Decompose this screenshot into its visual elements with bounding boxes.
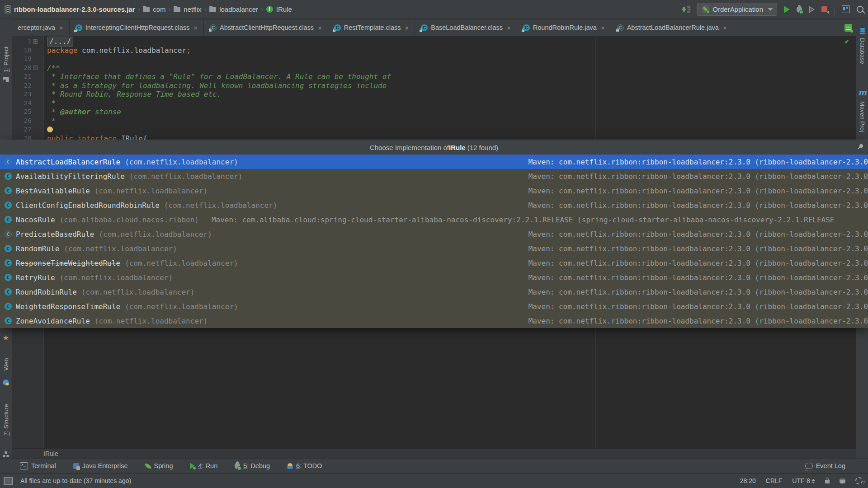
database-toolwindow-icon[interactable]: [859, 28, 865, 35]
lock-icon[interactable]: [825, 480, 830, 483]
implementation-package: (com.netflix.loadbalancer): [64, 244, 177, 253]
implementation-class-name: RetryRule: [16, 273, 55, 282]
plugin-status-icon[interactable]: [840, 479, 845, 483]
binary-digits-icon: 011001: [687, 5, 690, 14]
editor-breadcrumb-item[interactable]: IRule: [43, 450, 58, 457]
caret-position-widget[interactable]: 28:20: [740, 477, 756, 484]
breadcrumb-class-irule[interactable]: I IRule: [266, 5, 292, 13]
breadcrumb-jar[interactable]: ribbon-loadbalancer-2.3.0-sources.jar: [5, 5, 135, 14]
breadcrumb-folder-loadbalancer[interactable]: loadbalancer: [209, 5, 258, 13]
line-number: 27: [12, 125, 32, 134]
run-with-coverage-button[interactable]: [809, 6, 815, 13]
tab-resttemplate-class[interactable]: CRestTemplate.class×: [328, 19, 415, 36]
sidebar-item-structure[interactable]: 7: Structure: [0, 390, 12, 436]
run-button[interactable]: [784, 6, 790, 13]
sidebar-item-project[interactable]: 1: Project: [0, 27, 12, 72]
maven-coordinates: Maven: com.netflix.ribbon:ribbon-loadbal…: [528, 273, 868, 282]
breadcrumb-jar-label: ribbon-loadbalancer-2.3.0-sources.jar: [14, 5, 135, 13]
breadcrumb-folder-com[interactable]: com: [143, 5, 165, 13]
implementation-row-zoneavoidancerule[interactable]: CZoneAvoidanceRule(com.netflix.loadbalan…: [0, 314, 868, 328]
stop-button[interactable]: 4: [821, 6, 827, 12]
sidebar-item-maven-projects[interactable]: Maven Proj: [856, 101, 868, 140]
web-toolwindow-icon[interactable]: [3, 380, 9, 385]
fold-column: +: [32, 39, 39, 44]
maven-icon[interactable]: m: [858, 88, 867, 97]
implementation-class-name: AvailabilityFilteringRule: [16, 172, 125, 181]
pin-icon[interactable]: [857, 144, 864, 151]
code-line-24: 24 *: [12, 99, 856, 108]
vcs-update-button[interactable]: 011001: [682, 5, 690, 14]
maven-coordinates: Maven: com.netflix.ribbon:ribbon-loadbal…: [528, 302, 868, 311]
tab-interceptingclienthttprequest-class[interactable]: CInterceptingClientHttpRequest.class×: [70, 19, 204, 36]
breadcrumb-folder-netflix[interactable]: netflix: [174, 5, 201, 13]
gear-icon[interactable]: ?: [855, 477, 863, 484]
todo-icon: [287, 463, 293, 469]
implementation-row-bestavailablerule[interactable]: CBestAvailableRule(com.netflix.loadbalan…: [0, 183, 868, 198]
encoding-widget[interactable]: UTF-8: [792, 477, 815, 484]
tab-abstractclienthttprequest-class[interactable]: CAbstractClientHttpRequest.class×: [204, 19, 328, 36]
tab-erceptor-java[interactable]: erceptor.java×: [12, 19, 70, 36]
toolwindow-button-spring[interactable]: Spring: [145, 462, 173, 469]
toolwindow-button-debug[interactable]: 5: Debug: [235, 462, 270, 469]
search-everywhere-button[interactable]: [857, 6, 863, 13]
line-separator-widget[interactable]: CRLF: [766, 477, 783, 484]
line-number: 25: [12, 108, 32, 117]
toolwindow-toggle-icon[interactable]: [4, 477, 13, 485]
toolwindow-button-run[interactable]: 4: Run: [190, 462, 217, 469]
fold-collapse-icon[interactable]: −: [33, 66, 38, 70]
implementation-class-name: ClientConfigEnabledRoundRobinRule: [16, 201, 160, 210]
implementation-row-clientconfigenabledroundrobinrule[interactable]: CClientConfigEnabledRoundRobinRule(com.n…: [0, 198, 868, 212]
code-line-27: 27: [12, 125, 856, 134]
toolwindow-button-javaee[interactable]: Java Enterprise: [73, 462, 128, 469]
toolwindow-button-terminal[interactable]: Terminal: [20, 462, 56, 469]
breadcrumb-folder-label: com: [153, 5, 165, 13]
tool-window-bar: TerminalJava EnterpriseSpring4: Run5: De…: [0, 458, 868, 473]
tab-label: AbstractClientHttpRequest.class: [220, 24, 314, 31]
sidebar-item-web[interactable]: Web: [0, 347, 12, 371]
maven-coordinates: Maven: com.netflix.ribbon:ribbon-loadbal…: [528, 244, 868, 253]
structure-toolwindow-icon[interactable]: [3, 451, 9, 457]
close-icon[interactable]: ×: [59, 24, 63, 32]
implementation-row-responsetimeweightedrule[interactable]: CResponseTimeWeightedRule(com.netflix.lo…: [0, 256, 868, 270]
debug-button[interactable]: [797, 6, 802, 13]
close-icon[interactable]: ×: [507, 24, 511, 32]
tab-roundrobinrule-java[interactable]: CRoundRobinRule.java×: [517, 19, 611, 36]
implementation-row-availabilityfilteringrule[interactable]: CAvailabilityFilteringRule(com.netflix.l…: [0, 169, 868, 183]
tab-baseloadbalancer-class[interactable]: CBaseLoadBalancer.class×: [415, 19, 517, 36]
popup-title-target: IRule: [449, 144, 466, 151]
fold-expand-icon[interactable]: +: [33, 39, 38, 44]
line-number: 20: [12, 64, 32, 73]
implementation-row-abstractloadbalancerrule[interactable]: CAbstractLoadBalancerRule(com.netflix.lo…: [0, 155, 868, 169]
inspections-ok-icon[interactable]: ✔: [844, 38, 849, 45]
encoding-label: UTF-8: [792, 477, 810, 484]
implementation-row-weightedresponsetimerule[interactable]: CWeightedResponseTimeRule(com.netflix.lo…: [0, 299, 868, 314]
sidebar-item-database[interactable]: Database: [856, 38, 868, 73]
event-log-button[interactable]: Event Log: [805, 462, 845, 469]
implementation-package: (com.netflix.loadbalancer): [81, 288, 194, 296]
implementation-package: (com.netflix.loadbalancer): [129, 172, 242, 181]
close-icon[interactable]: ×: [723, 24, 727, 32]
toolwindow-button-todo[interactable]: 6: TODO: [287, 462, 322, 469]
close-icon[interactable]: ×: [601, 24, 605, 32]
implementation-class-name: NacosRule: [16, 216, 55, 224]
close-icon[interactable]: ×: [318, 24, 322, 32]
maven-coordinates: Maven: com.netflix.ribbon:ribbon-loadbal…: [528, 158, 868, 166]
implementation-row-predicatebasedrule[interactable]: CPredicateBasedRule(com.netflix.loadbala…: [0, 227, 868, 241]
implementation-class-name: WeightedResponseTimeRule: [16, 302, 120, 311]
intention-bulb-icon[interactable]: [47, 127, 53, 132]
tool-window-layout-icon[interactable]: [842, 5, 850, 13]
project-toolwindow-icon[interactable]: [3, 77, 9, 82]
lock-badge-icon: [74, 30, 77, 32]
chevron-right-icon: ›: [204, 5, 207, 14]
hidden-tabs-indicator-icon[interactable]: [844, 24, 852, 32]
run-configuration-select[interactable]: OrderApplication: [697, 3, 777, 16]
close-icon[interactable]: ×: [405, 24, 409, 32]
code-text: * as a Strategy for loadbalacing. Well k…: [39, 81, 856, 90]
implementation-row-retryrule[interactable]: CRetryRule(com.netflix.loadbalancer)Mave…: [0, 270, 868, 285]
tab-abstractloadbalancerrule-java[interactable]: CAbstractLoadBalancerRule.java×: [611, 19, 733, 36]
favorites-star-icon[interactable]: ★: [3, 334, 9, 342]
implementation-row-nacosrule[interactable]: CNacosRule(com.alibaba.cloud.nacos.ribbo…: [0, 212, 868, 227]
implementation-row-randomrule[interactable]: CRandomRule(com.netflix.loadbalancer)Mav…: [0, 241, 868, 256]
close-icon[interactable]: ×: [193, 24, 198, 32]
implementation-row-roundrobinrule[interactable]: CRoundRobinRule(com.netflix.loadbalancer…: [0, 285, 868, 299]
